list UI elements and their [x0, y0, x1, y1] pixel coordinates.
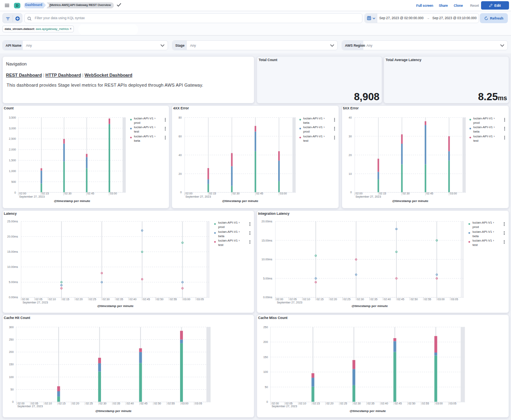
svg-text:0: 0: [350, 191, 352, 194]
svg-text:02:05: 02:05: [31, 402, 38, 405]
svg-text:02:45: 02:45: [397, 298, 404, 301]
svg-text:lucian-API-V1 ›: lucian-API-V1 ›: [134, 116, 156, 120]
svg-text:02:35: 02:35: [116, 298, 123, 301]
svg-text:02:15: 02:15: [42, 192, 49, 195]
svg-text:100: 100: [9, 376, 14, 378]
svg-text:02:10: 02:10: [303, 298, 310, 301]
svg-text:15.00ms: 15.00ms: [261, 239, 273, 242]
svg-text:03:00: 03:00: [280, 192, 287, 195]
svg-text:10.00ms: 10.00ms: [7, 265, 18, 268]
svg-text:02:00: 02:00: [19, 192, 26, 195]
svg-text:02:20: 02:20: [72, 402, 79, 405]
svg-text:03:00: 03:00: [450, 192, 457, 195]
svg-text:02:55: 02:55: [424, 298, 431, 301]
svg-text:02:30: 02:30: [103, 298, 110, 301]
svg-text:prod: prod: [134, 121, 141, 125]
svg-text:lucian-API-V1 ›: lucian-API-V1 ›: [303, 134, 325, 138]
svg-text:80: 80: [179, 116, 182, 119]
svg-text:02:55: 02:55: [170, 298, 177, 301]
svg-text:lucian-API-V1 ›: lucian-API-V1 ›: [218, 239, 240, 242]
svg-text:02:30: 02:30: [354, 402, 361, 405]
svg-text:02:45: 02:45: [143, 298, 150, 301]
svg-text:02:00: 02:00: [272, 402, 279, 405]
svg-text:150: 150: [263, 356, 268, 359]
svg-text:test: test: [473, 243, 478, 247]
svg-text:02:25: 02:25: [343, 298, 351, 301]
svg-text:250: 250: [9, 338, 14, 341]
svg-text:03:05: 03:05: [197, 298, 204, 301]
svg-text:test: test: [134, 130, 140, 133]
svg-text:@timestamp per minute: @timestamp per minute: [351, 304, 388, 308]
svg-text:02:15: 02:15: [62, 298, 69, 301]
svg-text:3,000: 3,000: [9, 127, 16, 129]
svg-text:02:35: 02:35: [113, 402, 120, 405]
svg-text:02:10: 02:10: [49, 298, 56, 301]
svg-text:5.00ms: 5.00ms: [9, 281, 18, 283]
svg-text:prod: prod: [218, 225, 225, 229]
svg-text:lucian-API-V1 ›: lucian-API-V1 ›: [473, 230, 494, 234]
svg-text:September 27, 2023: September 27, 2023: [17, 405, 43, 408]
svg-text:02:15: 02:15: [317, 298, 324, 301]
svg-text:02:05: 02:05: [285, 402, 293, 405]
svg-text:lucian-API-V1 ›: lucian-API-V1 ›: [473, 116, 495, 120]
svg-text:1,000: 1,000: [9, 169, 16, 172]
svg-text:02:00: 02:00: [276, 298, 283, 301]
svg-text:02:30: 02:30: [99, 402, 107, 405]
svg-text:lucian-API-V1 ›: lucian-API-V1 ›: [218, 221, 240, 224]
svg-text:lucian-API-V1 ›: lucian-API-V1 ›: [473, 239, 494, 242]
svg-text:prod: prod: [473, 121, 479, 125]
svg-text:02:55: 02:55: [422, 402, 429, 405]
svg-text:02:00: 02:00: [355, 192, 362, 195]
svg-text:September 27, 2023: September 27, 2023: [355, 195, 381, 198]
svg-text:0: 0: [12, 401, 14, 404]
svg-text:02:40: 02:40: [381, 402, 388, 405]
svg-text:500: 500: [11, 180, 16, 183]
svg-text:02:25: 02:25: [340, 402, 347, 405]
svg-text:test: test: [473, 139, 479, 142]
svg-text:@timestamp per minute: @timestamp per minute: [95, 409, 132, 413]
svg-text:2,500: 2,500: [9, 137, 16, 140]
svg-text:60: 60: [179, 135, 182, 137]
svg-text:02:15: 02:15: [59, 402, 66, 405]
svg-text:02:50: 02:50: [408, 402, 416, 405]
svg-text:lucian-API-V1 ›: lucian-API-V1 ›: [473, 221, 494, 224]
svg-text:02:40: 02:40: [129, 298, 137, 301]
svg-text:02:25: 02:25: [86, 402, 93, 405]
svg-text:02:55: 02:55: [168, 402, 175, 405]
svg-text:lucian-API-V1 ›: lucian-API-V1 ›: [473, 134, 495, 138]
svg-text:lucian-API-V1 ›: lucian-API-V1 ›: [473, 125, 495, 129]
svg-text:02:20: 02:20: [76, 298, 83, 301]
svg-text:25.00ms: 25.00ms: [7, 220, 18, 223]
svg-text:02:50: 02:50: [156, 298, 164, 301]
svg-text:200: 200: [9, 351, 14, 354]
svg-text:September 27, 2023: September 27, 2023: [271, 405, 297, 408]
svg-text:100: 100: [263, 371, 268, 374]
svg-text:lucian-API-V1 ›: lucian-API-V1 ›: [134, 125, 156, 129]
svg-text:30: 30: [349, 135, 352, 137]
svg-text:@timestamp per minute: @timestamp per minute: [350, 409, 386, 413]
svg-text:prod: prod: [303, 130, 310, 133]
svg-text:0.00ms: 0.00ms: [9, 296, 18, 299]
svg-text:beta: beta: [134, 139, 141, 142]
svg-text:03:00: 03:00: [438, 298, 445, 301]
svg-text:@timestamp per minute: @timestamp per minute: [222, 199, 259, 203]
svg-text:02:00: 02:00: [18, 402, 25, 405]
svg-text:02:30: 02:30: [402, 192, 410, 195]
svg-text:lucian-API-V1 ›: lucian-API-V1 ›: [303, 125, 325, 129]
svg-text:0: 0: [180, 191, 182, 194]
svg-text:02:20: 02:20: [327, 402, 334, 405]
svg-text:50: 50: [265, 386, 268, 388]
svg-text:prod: prod: [473, 225, 479, 229]
svg-text:02:40: 02:40: [384, 298, 391, 301]
svg-text:02:05: 02:05: [290, 298, 297, 301]
svg-text:1,500: 1,500: [9, 159, 16, 162]
svg-text:beta: beta: [473, 234, 479, 238]
svg-text:03:00: 03:00: [183, 298, 190, 301]
svg-text:02:00: 02:00: [22, 298, 29, 301]
svg-text:@timestamp per minute: @timestamp per minute: [54, 199, 90, 203]
svg-text:03:05: 03:05: [195, 402, 202, 405]
svg-text:02:35: 02:35: [370, 298, 378, 301]
svg-text:20.00ms: 20.00ms: [7, 235, 18, 238]
svg-text:02:45: 02:45: [426, 192, 433, 195]
svg-text:50: 50: [10, 388, 14, 391]
